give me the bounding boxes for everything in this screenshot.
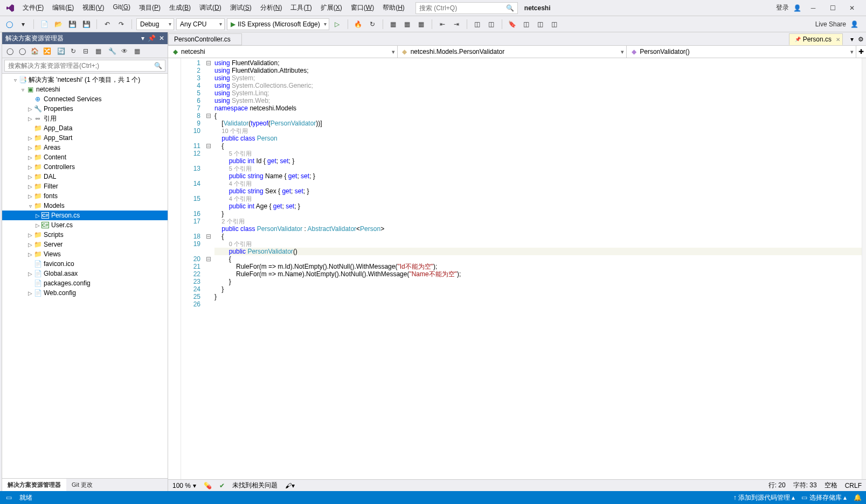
eol-label[interactable]: CRLF xyxy=(845,482,862,489)
save-all-button[interactable]: 💾 xyxy=(80,18,92,30)
new-project-button[interactable]: 📄 xyxy=(38,18,50,30)
se-properties-button[interactable]: 🔧 xyxy=(107,46,117,57)
tree-node[interactable]: ▷📄Global.asax xyxy=(2,269,168,278)
nav-fwd-button[interactable]: ▾ xyxy=(17,18,29,30)
notifications-icon[interactable]: 🔔 xyxy=(853,493,862,502)
output-icon[interactable]: ▭ xyxy=(4,493,13,502)
live-share-button[interactable]: Live Share xyxy=(815,20,846,28)
tree-node[interactable]: ▷📁Areas xyxy=(2,143,168,152)
menu-g[interactable]: Git(G) xyxy=(108,1,135,15)
close-icon[interactable]: ✕ xyxy=(836,37,840,43)
tree-node[interactable]: ▷📁App_Start xyxy=(2,133,168,143)
nav-project-combo[interactable]: ◆ netceshi xyxy=(168,46,398,58)
breakpoint-gutter[interactable] xyxy=(168,58,181,479)
menu-b[interactable]: 生成(B) xyxy=(165,1,195,15)
menu-h[interactable]: 帮助(H) xyxy=(378,1,409,15)
solution-tree[interactable]: ▿📑解决方案 'netceshi' (1 个项目，共 1 个)▿▣netcesh… xyxy=(2,74,168,478)
panel-dropdown-icon[interactable]: ▾ xyxy=(141,34,144,42)
bookmark-button[interactable]: 🔖 xyxy=(507,18,518,30)
menu-e[interactable]: 编辑(E) xyxy=(48,1,78,15)
menu-f[interactable]: 文件(F) xyxy=(18,1,48,15)
se-back-button[interactable]: ◯ xyxy=(4,46,15,57)
nav-member-combo[interactable]: ◆ PersonValidator() xyxy=(627,46,856,58)
sign-in-link[interactable]: 登录 xyxy=(776,3,789,12)
se-tb-last[interactable]: ▦ xyxy=(131,46,142,57)
tree-node[interactable]: ▷📁Filter xyxy=(2,181,168,191)
tab-solution-explorer[interactable]: 解决方案资源管理器 xyxy=(2,479,66,491)
tree-node[interactable]: 📄favicon.ico xyxy=(2,259,168,269)
tree-node[interactable]: ▷🔧Properties xyxy=(2,104,168,114)
line-label[interactable]: 行: 20 xyxy=(768,481,786,490)
config-combo[interactable]: Debug xyxy=(136,18,174,30)
save-button[interactable]: 💾 xyxy=(66,18,78,30)
tb-btn-1[interactable]: ▦ xyxy=(387,18,399,30)
feedback-icon[interactable]: 👤 xyxy=(850,20,858,28)
menu-p[interactable]: 项目(P) xyxy=(135,1,165,15)
tree-node[interactable]: ▷📁Scripts xyxy=(2,230,168,240)
tree-node[interactable]: ▷📁Views xyxy=(2,249,168,259)
se-sync-button[interactable]: 🔄 xyxy=(56,46,66,57)
user-icon[interactable]: 👤 xyxy=(793,4,801,12)
indent-label[interactable]: 空格 xyxy=(825,481,837,490)
tree-node[interactable]: ▷C#Person.cs xyxy=(2,211,168,220)
maximize-button[interactable]: ☐ xyxy=(825,2,840,14)
tab-dropdown-icon[interactable]: ▾ xyxy=(848,33,856,45)
se-home-button[interactable]: 🏠 xyxy=(29,46,40,57)
tree-node[interactable]: ▿▣netceshi xyxy=(2,85,168,94)
solution-explorer-search[interactable] xyxy=(4,60,165,72)
panel-pin-icon[interactable]: 📌 xyxy=(148,34,156,42)
panel-close-icon[interactable]: ✕ xyxy=(159,34,164,42)
tab-git-changes[interactable]: Git 更改 xyxy=(66,479,98,491)
menu-v[interactable]: 视图(V) xyxy=(78,1,108,15)
brush-icon[interactable]: 🖌▾ xyxy=(285,482,295,489)
menu-w[interactable]: 窗口(W) xyxy=(347,1,378,15)
tree-node[interactable]: ▷📁Controllers xyxy=(2,162,168,172)
se-showall-button[interactable]: ▦ xyxy=(93,46,103,57)
menu-x[interactable]: 扩展(X) xyxy=(316,1,347,15)
minimize-button[interactable]: ─ xyxy=(806,2,821,14)
scm-add-button[interactable]: ↑ 添加到源代码管理 ▴ xyxy=(733,493,795,502)
platform-combo[interactable]: Any CPU xyxy=(176,18,225,30)
redo-button[interactable]: ↷ xyxy=(115,18,127,30)
open-button[interactable]: 📂 xyxy=(52,18,64,30)
tree-node[interactable]: ▷📄Web.config xyxy=(2,288,168,298)
se-refresh-button[interactable]: ↻ xyxy=(68,46,79,57)
tree-node[interactable]: ▷📁Content xyxy=(2,152,168,162)
menu-t[interactable]: 工具(T) xyxy=(286,1,316,15)
run-button[interactable]: ▶IIS Express (Microsoft Edge) xyxy=(227,18,329,30)
tree-node[interactable]: ▷C#User.cs xyxy=(2,220,168,230)
menu-n[interactable]: 分析(N) xyxy=(256,1,287,15)
tb-btn-3[interactable]: ▦ xyxy=(415,18,427,30)
global-search-input[interactable] xyxy=(419,4,506,12)
se-preview-button[interactable]: 👁 xyxy=(119,46,130,57)
tree-node[interactable]: ▷📁Server xyxy=(2,240,168,249)
repo-select-button[interactable]: ▭ 选择存储库 ▴ xyxy=(801,493,847,502)
tree-node[interactable]: 📁App_Data xyxy=(2,123,168,133)
menu-d[interactable]: 调试(D) xyxy=(195,1,226,15)
tree-node[interactable]: ▷▫▫引用 xyxy=(2,114,168,123)
zoom-combo[interactable]: 100 %▾ xyxy=(172,482,196,489)
split-editor-button[interactable]: ✚ xyxy=(856,46,866,58)
undo-button[interactable]: ↶ xyxy=(101,18,113,30)
tab-person-cs[interactable]: Person.cs✕ xyxy=(789,33,843,45)
tree-node[interactable]: ▷📁fonts xyxy=(2,191,168,201)
nav-back-button[interactable]: ◯ xyxy=(3,18,15,30)
fold-gutter[interactable]: ⊟⊟⊟⊟⊟ xyxy=(205,58,212,479)
tree-node[interactable]: ▷📁DAL xyxy=(2,172,168,181)
code-editor[interactable]: using FluentValidation;using FluentValid… xyxy=(212,58,862,479)
close-button[interactable]: ✕ xyxy=(844,2,860,14)
se-switch-view-button[interactable]: 🔀 xyxy=(41,46,52,57)
overview-ruler[interactable] xyxy=(862,58,866,479)
col-label[interactable]: 字符: 33 xyxy=(793,481,817,490)
tb-btn-2[interactable]: ▦ xyxy=(401,18,413,30)
health-indicator-icon[interactable]: 💊 xyxy=(204,482,212,489)
tree-node[interactable]: ▿📑解决方案 'netceshi' (1 个项目，共 1 个) xyxy=(2,75,168,85)
global-search[interactable]: 🔍 xyxy=(415,2,518,14)
tree-node[interactable]: ▿📁Models xyxy=(2,201,168,211)
tab-settings-icon[interactable]: ⚙ xyxy=(856,33,866,45)
tab-person-controller[interactable]: PersonController.cs xyxy=(168,33,242,45)
se-collapse-button[interactable]: ⊟ xyxy=(80,46,91,57)
issues-label[interactable]: 未找到相关问题 xyxy=(232,481,278,490)
menu-s[interactable]: 测试(S) xyxy=(226,1,256,15)
tree-node[interactable]: ⊕Connected Services xyxy=(2,94,168,104)
